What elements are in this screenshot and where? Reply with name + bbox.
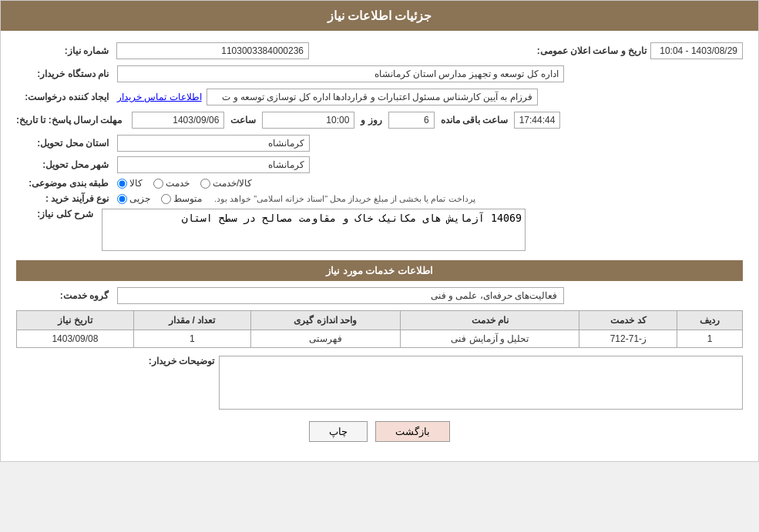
buyer-org-row: اداره کل توسعه و تجهیز مدارس استان کرمان…	[16, 65, 743, 82]
creator-value: فرزام به آیین کارشناس مسئول اعتبارات و ق…	[207, 89, 538, 105]
city-value: کرمانشاه	[117, 156, 310, 173]
table-header-row: ردیف کد خدمت نام خدمت واحد اندازه گیری ت…	[17, 311, 743, 330]
col-header-name: نام خدمت	[400, 311, 579, 330]
buyer-notes-textarea[interactable]	[219, 356, 743, 410]
subject-kala-khedmat-label: کالا/خدمت	[213, 178, 252, 189]
cell-qty: 1	[133, 330, 250, 348]
announce-date-group: 1403/08/29 - 10:04 تاریخ و ساعت اعلان عم…	[533, 42, 743, 59]
col-header-row-num: ردیف	[677, 311, 743, 330]
overview-row: شرح کلی نیاز:	[16, 209, 743, 251]
subject-kala-khedmat-radio[interactable]	[200, 179, 210, 189]
remaining-label: ساعت باقی مانده	[441, 115, 509, 125]
cell-code: ز-71-712	[579, 330, 677, 348]
need-number-label: شماره نیاز:	[16, 45, 109, 56]
buyer-notes-label: توضیحات خریدار:	[137, 356, 214, 366]
page-title: جزئیات اطلاعات نیاز	[1, 1, 758, 31]
process-note: پرداخت تمام یا بخشی از مبلغ خریداز محل "…	[214, 194, 475, 204]
service-group-label: گروه خدمت:	[16, 290, 109, 301]
subject-kala-radio[interactable]	[117, 179, 127, 189]
subject-radio-group: کالا/خدمت خدمت کالا	[117, 178, 252, 189]
province-label: استان محل تحویل:	[16, 138, 109, 149]
time-label: ساعت	[230, 115, 256, 125]
content-area: 1403/08/29 - 10:04 تاریخ و ساعت اعلان عم…	[1, 31, 758, 461]
deadline-label: مهلت ارسال پاسخ: تا تاریخ:	[16, 115, 122, 125]
process-jozvi-label: جزیی	[129, 193, 150, 204]
overview-label: شرح کلی نیاز:	[16, 209, 93, 219]
print-button[interactable]: چاپ	[309, 421, 368, 442]
buyer-org-label: نام دستگاه خریدار:	[16, 69, 109, 79]
page-container: جزئیات اطلاعات نیاز 1403/08/29 - 10:04 ت…	[0, 0, 759, 462]
col-header-qty: تعداد / مقدار	[133, 311, 250, 330]
services-section-title: اطلاعات خدمات مورد نیاز	[16, 260, 743, 281]
need-number-value: 1103003384000236	[116, 42, 309, 59]
province-value: کرمانشاه	[117, 135, 310, 152]
services-table: ردیف کد خدمت نام خدمت واحد اندازه گیری ت…	[16, 310, 743, 348]
province-row: کرمانشاه استان محل تحویل:	[16, 135, 743, 152]
city-row: کرمانشاه شهر محل تحویل:	[16, 156, 743, 173]
creator-label: ایجاد کننده درخواست:	[16, 92, 109, 102]
deadline-date-value: 1403/09/06	[132, 112, 224, 129]
process-type-row: پرداخت تمام یا بخشی از مبلغ خریداز محل "…	[16, 193, 743, 204]
cell-name: تحلیل و آزمایش فنی	[400, 330, 579, 348]
overview-textarea[interactable]	[102, 209, 526, 251]
subject-label: طبقه بندی موضوعی:	[16, 178, 109, 189]
subject-khedmat-label: خدمت	[166, 178, 190, 189]
buyer-org-value: اداره کل توسعه و تجهیز مدارس استان کرمان…	[117, 65, 564, 82]
table-row: 1 ز-71-712 تحلیل و آزمایش فنی فهرستی 1 1…	[17, 330, 743, 348]
need-number-announce-row: 1403/08/29 - 10:04 تاریخ و ساعت اعلان عم…	[16, 42, 743, 59]
creator-row: فرزام به آیین کارشناس مسئول اعتبارات و ق…	[16, 89, 743, 105]
process-radio-group: متوسط جزیی	[117, 193, 202, 204]
process-label: نوع فرآیند خرید :	[16, 193, 109, 204]
service-group-value: فعالیت‌های حرفه‌ای، علمی و فنی	[117, 287, 564, 304]
process-jozvi-item: جزیی	[117, 193, 150, 204]
need-number-group: 1103003384000236 شماره نیاز:	[16, 42, 309, 59]
subject-row: کالا/خدمت خدمت کالا طبقه بندی موضوعی:	[16, 178, 743, 189]
process-motavasset-label: متوسط	[173, 193, 202, 204]
deadline-row: 17:44:44 ساعت باقی مانده 6 روز و 10:00 س…	[16, 112, 743, 129]
subject-kala-label: کالا	[129, 178, 143, 189]
deadline-time-value: 10:00	[262, 112, 354, 129]
creator-link[interactable]: اطلاعات تماس خریدار	[117, 92, 202, 102]
process-motavasset-radio[interactable]	[161, 194, 171, 204]
col-header-code: کد خدمت	[579, 311, 677, 330]
subject-khedmat-radio[interactable]	[153, 179, 163, 189]
cell-unit: فهرستی	[250, 330, 400, 348]
deadline-days-value: 6	[388, 112, 435, 129]
announce-date-label: تاریخ و ساعت اعلان عمومی:	[537, 45, 646, 56]
announce-date-value: 1403/08/29 - 10:04	[650, 42, 743, 59]
city-label: شهر محل تحویل:	[16, 159, 109, 170]
back-button[interactable]: بازگشت	[375, 421, 450, 442]
cell-date: 1403/09/08	[17, 330, 134, 348]
cell-row-num: 1	[677, 330, 743, 348]
buttons-row: بازگشت چاپ	[16, 421, 743, 442]
process-motavasset-item: متوسط	[161, 193, 202, 204]
subject-khedmat-item: خدمت	[153, 178, 190, 189]
deadline-remaining-value: 17:44:44	[514, 112, 560, 129]
subject-kala-item: کالا	[117, 178, 143, 189]
days-label: روز و	[361, 115, 381, 125]
buyer-notes-row: توضیحات خریدار:	[16, 356, 743, 410]
process-jozvi-radio[interactable]	[117, 194, 127, 204]
service-group-row: فعالیت‌های حرفه‌ای، علمی و فنی گروه خدمت…	[16, 287, 743, 304]
col-header-date: تاریخ نیاز	[17, 311, 134, 330]
col-header-unit: واحد اندازه گیری	[250, 311, 400, 330]
subject-kala-khedmat-item: کالا/خدمت	[200, 178, 252, 189]
